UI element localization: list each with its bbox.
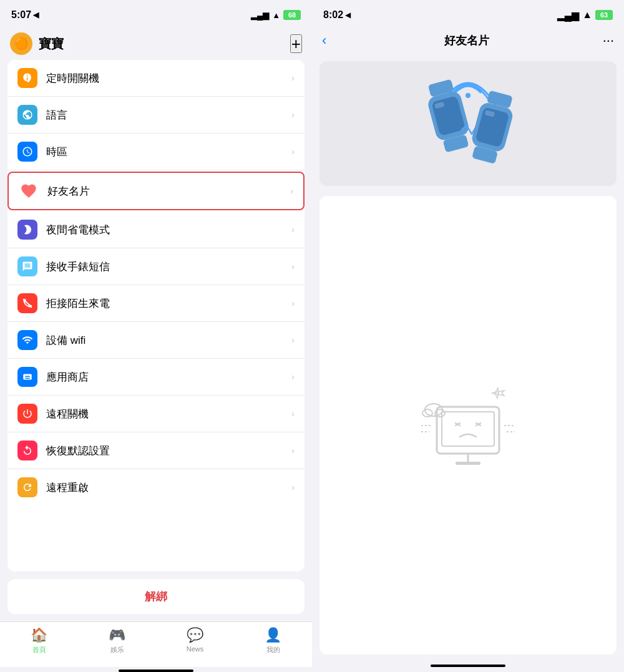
menu-item-wifi[interactable]: 設備 wifi › — [7, 322, 305, 359]
status-icons-right: ▂▄▆ ▲ 63 — [557, 9, 613, 21]
time-right: 8:02 — [323, 9, 343, 21]
chevron-night-mode: › — [291, 225, 295, 235]
night-mode-label: 夜間省電模式 — [46, 223, 291, 237]
watches-svg — [399, 71, 537, 177]
friend-card-icon — [19, 181, 39, 201]
reject-calls-icon — [17, 293, 37, 313]
app-store-icon — [17, 367, 37, 387]
wifi-label: 設備 wifi — [46, 333, 291, 348]
reject-calls-label: 拒接陌生來電 — [46, 296, 291, 311]
night-mode-icon — [17, 220, 37, 240]
menu-item-timezone[interactable]: 時區 › — [7, 134, 305, 170]
right-nav-bar: ‹ 好友名片 ··· — [312, 27, 624, 56]
tab-news-label: News — [187, 645, 204, 653]
empty-state-svg — [418, 376, 518, 475]
status-bar-left: 5:07 ◀ ▂▄▆ ▲ 68 — [0, 0, 312, 27]
signal-icon-left: ▂▄▆ — [251, 11, 269, 20]
menu-item-timer-power[interactable]: 定時開關機 › — [7, 60, 305, 97]
timezone-icon — [17, 142, 37, 162]
menu-item-restore[interactable]: 恢復默認設置 › — [7, 432, 305, 469]
tab-profile[interactable]: 👤 我的 — [234, 627, 312, 655]
status-icons-left: ▂▄▆ ▲ 68 — [251, 10, 301, 20]
svg-rect-15 — [456, 462, 480, 465]
news-tab-icon: 💬 — [187, 627, 203, 643]
language-icon — [17, 105, 37, 125]
watch-illustration — [319, 61, 617, 186]
right-panel: 8:02 ◀ ▂▄▆ ▲ 63 ‹ 好友名片 ··· — [312, 0, 624, 672]
right-nav-title: 好友名片 — [331, 33, 602, 48]
signal-icon-right: ▂▄▆ — [557, 9, 579, 21]
friend-card-label: 好友名片 — [47, 184, 290, 198]
svg-rect-13 — [442, 412, 494, 446]
tab-home[interactable]: 🏠 首頁 — [0, 627, 78, 655]
right-content-area — [319, 196, 617, 655]
more-button[interactable]: ··· — [603, 32, 614, 49]
home-indicator-right — [431, 665, 505, 667]
timer-power-icon — [17, 68, 37, 88]
menu-list: 定時開關機 › 語言 › 時區 › 好友名片 › — [7, 60, 305, 572]
menu-item-sms[interactable]: 接收手錶短信 › — [7, 248, 305, 285]
tab-news[interactable]: 💬 News — [156, 627, 234, 655]
menu-item-remote-restart[interactable]: 遠程重啟 › — [7, 469, 305, 505]
timezone-label: 時區 — [46, 145, 291, 159]
language-label: 語言 — [46, 108, 291, 122]
menu-item-reject-calls[interactable]: 拒接陌生來電 › — [7, 285, 305, 322]
sms-icon — [17, 256, 37, 276]
remote-restart-label: 遠程重啟 — [46, 480, 291, 495]
chevron-timezone: › — [291, 147, 295, 157]
menu-item-remote-off[interactable]: 遠程關機 › — [7, 396, 305, 432]
tab-bar: 🏠 首頁 🎮 娛乐 💬 News 👤 我的 — [0, 621, 312, 667]
profile-tab-icon: 👤 — [265, 627, 281, 643]
left-panel: 5:07 ◀ ▂▄▆ ▲ 68 🟠 寶寶 + 定時開關機 › 語言 › — [0, 0, 312, 672]
svg-point-1 — [466, 93, 470, 98]
chevron-remote-off: › — [291, 409, 295, 419]
wifi-icon — [17, 330, 37, 350]
chevron-restore: › — [291, 446, 295, 455]
chevron-wifi: › — [291, 335, 295, 345]
header-left: 🟠 寶寶 + — [0, 27, 312, 60]
tab-home-label: 首頁 — [32, 645, 46, 655]
chevron-language: › — [291, 110, 295, 120]
menu-item-app-store[interactable]: 應用商店 › — [7, 359, 305, 396]
header-title: 寶寶 — [39, 36, 64, 52]
empty-state — [418, 376, 518, 475]
back-button[interactable]: ‹ — [322, 30, 331, 51]
menu-item-language[interactable]: 語言 › — [7, 97, 305, 134]
svg-point-17 — [422, 409, 432, 417]
entertainment-tab-icon: 🎮 — [109, 627, 125, 643]
chevron-sms: › — [291, 261, 295, 271]
location-icon-left: ◀ — [33, 11, 39, 19]
chevron-app-store: › — [291, 372, 295, 382]
battery-left: 68 — [283, 10, 301, 20]
menu-item-friend-card[interactable]: 好友名片 › — [7, 172, 305, 210]
home-tab-icon: 🏠 — [31, 627, 47, 643]
restore-label: 恢復默認設置 — [46, 444, 291, 458]
tab-entertainment-label: 娛乐 — [110, 645, 124, 655]
unbind-bar: 解綁 — [7, 579, 305, 614]
status-bar-right: 8:02 ◀ ▂▄▆ ▲ 63 — [312, 0, 624, 27]
avatar: 🟠 — [10, 32, 32, 55]
unbind-button[interactable]: 解綁 — [145, 589, 167, 604]
remote-off-label: 遠程關機 — [46, 407, 291, 421]
wifi-status-icon-left: ▲ — [272, 11, 280, 20]
battery-right: 63 — [595, 10, 613, 20]
tab-entertainment[interactable]: 🎮 娛乐 — [78, 627, 156, 655]
watch-svg — [399, 71, 537, 177]
time-left: 5:07 — [11, 9, 31, 21]
sms-label: 接收手錶短信 — [46, 260, 291, 274]
remote-restart-icon — [17, 477, 37, 497]
tab-profile-label: 我的 — [266, 645, 280, 655]
chevron-reject-calls: › — [291, 298, 295, 308]
chevron-remote-restart: › — [291, 482, 295, 492]
timer-power-label: 定時開關機 — [46, 71, 291, 85]
avatar-emoji: 🟠 — [14, 37, 28, 51]
add-button[interactable]: + — [290, 34, 302, 53]
app-store-label: 應用商店 — [46, 370, 291, 384]
remote-off-icon — [17, 404, 37, 424]
chevron-timer-power: › — [291, 73, 295, 83]
chevron-friend-card: › — [290, 186, 293, 196]
menu-item-night-mode[interactable]: 夜間省電模式 › — [7, 212, 305, 248]
wifi-status-icon-right: ▲ — [582, 9, 592, 21]
home-indicator-left — [119, 670, 193, 672]
location-icon-right: ◀ — [345, 11, 351, 19]
